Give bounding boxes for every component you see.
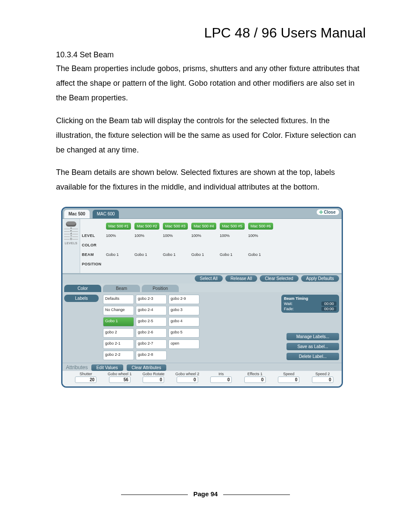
labels-panel: Labels Defaults gobo 2-3 gobo 2-9 No Cha… xyxy=(62,292,342,363)
section-heading: 10.3.4 Set Beam xyxy=(56,50,366,59)
row-label-color: COLOR xyxy=(82,243,105,247)
paragraph: Clicking on the Beam tab will display th… xyxy=(56,113,366,158)
tab-color[interactable]: Color xyxy=(64,285,101,292)
fixture-chip[interactable]: Mac 500 #2 xyxy=(134,223,159,230)
right-panel: Beam Timing Wait:00:00 Fade:00:00 Manage… xyxy=(285,295,339,360)
wait-label: Wait: xyxy=(284,302,293,306)
beam-timing-title: Beam Timing xyxy=(284,296,336,301)
level-value: 100% xyxy=(105,233,134,238)
edit-values-button[interactable]: Edit Values xyxy=(91,364,123,371)
paragraph: The Beam properties include gobos, prism… xyxy=(56,61,366,106)
levels-label: LEVELS xyxy=(62,242,80,245)
attr-value[interactable]: 20 xyxy=(75,376,97,383)
attributes-title: Attributes xyxy=(66,364,88,370)
tab-beam[interactable]: Beam xyxy=(103,285,140,292)
fixture-chip[interactable]: Mac 500 #4 xyxy=(191,223,216,230)
attr-value[interactable]: 0 xyxy=(244,376,266,383)
label-item[interactable]: gobo 2-9 xyxy=(168,295,199,304)
page-footer: Page 94 xyxy=(0,490,411,498)
delete-label-button[interactable]: Delete Label... xyxy=(286,353,339,360)
levels-fader[interactable]: 8 6 4 2 0 LEVELS xyxy=(62,219,80,273)
label-item[interactable]: gobo 2-2 xyxy=(103,351,134,360)
label-item[interactable]: gobo 2-6 xyxy=(136,328,167,338)
fixture-chip[interactable]: Mac 500 #1 xyxy=(106,223,131,230)
save-as-label-button[interactable]: Save as Label... xyxy=(286,343,339,350)
fade-value[interactable]: 00:00 xyxy=(321,307,336,311)
fixture-group-tabbar: Mac 500 MAC 600 ✣ Close xyxy=(62,208,342,219)
label-item[interactable]: gobo 2-5 xyxy=(136,317,167,327)
beam-value: Gobo 1 xyxy=(219,252,247,257)
fader-knob-icon xyxy=(66,221,76,227)
clear-selected-button[interactable]: Clear Selected xyxy=(260,275,299,282)
wait-value[interactable]: 00:00 xyxy=(321,302,336,306)
attr-label: Iris xyxy=(206,372,237,376)
attr-value[interactable]: 0 xyxy=(210,376,232,383)
fixture-chip[interactable]: Mac 500 #3 xyxy=(163,223,188,230)
page-title: LPC 48 / 96 Users Manual xyxy=(56,25,366,41)
label-item[interactable]: gobo 3 xyxy=(168,306,199,315)
level-value: 100% xyxy=(162,233,190,238)
body-text: The Beam properties include gobos, prism… xyxy=(56,61,366,195)
fixture-group-tab-mac600[interactable]: MAC 600 xyxy=(93,210,119,218)
beam-timing-panel: Beam Timing Wait:00:00 Fade:00:00 xyxy=(281,295,339,313)
select-all-button[interactable]: Select All xyxy=(195,275,223,282)
label-item[interactable]: No Change xyxy=(103,306,134,315)
attr-value[interactable]: 0 xyxy=(143,376,164,383)
label-item[interactable]: gobo 4 xyxy=(168,317,199,327)
clear-attributes-button[interactable]: Clear Attributes xyxy=(127,364,166,371)
label-item[interactable]: gobo 2-1 xyxy=(103,339,134,349)
attr-label: Gobo Rotate xyxy=(138,372,169,376)
page-number: Page 94 xyxy=(193,490,218,498)
level-value: 100% xyxy=(190,233,219,238)
label-item[interactable]: gobo 2 xyxy=(103,328,134,338)
manage-labels-button[interactable]: Manage Labels... xyxy=(286,333,339,340)
close-label: Close xyxy=(324,210,336,215)
beam-value: Gobo 1 xyxy=(134,252,162,257)
beam-value: Gobo 1 xyxy=(162,252,190,257)
label-item[interactable]: gobo 2-7 xyxy=(136,339,167,349)
beam-value: Gobo 1 xyxy=(190,252,219,257)
attr-label: Gobo wheel 2 xyxy=(172,372,203,376)
attr-value[interactable]: 0 xyxy=(278,376,299,383)
attr-label: Effects 1 xyxy=(240,372,271,376)
close-icon: ✣ xyxy=(319,210,323,215)
tick-label: 0 xyxy=(70,237,72,241)
attr-label: Gobo wheel 1 xyxy=(104,372,136,376)
fade-label: Fade: xyxy=(284,307,294,311)
attribute-tabbar: Color Beam Position xyxy=(62,283,342,292)
level-value: 100% xyxy=(247,233,276,238)
selection-toolbar: Select All Release All Clear Selected Ap… xyxy=(62,274,342,283)
row-label-beam: BEAM xyxy=(82,252,105,257)
beam-value: Gobo 1 xyxy=(105,252,134,257)
attributes-row: Shutter20 Gobo wheel 156 Gobo Rotate0 Go… xyxy=(62,371,342,386)
tab-position[interactable]: Position xyxy=(142,285,179,292)
level-value: 100% xyxy=(134,233,162,238)
label-item[interactable]: gobo 5 xyxy=(168,328,199,338)
label-item[interactable]: gobo 2-8 xyxy=(136,351,167,360)
attributes-toolbar: Attributes Edit Values Clear Attributes xyxy=(62,363,342,371)
release-all-button[interactable]: Release All xyxy=(225,275,257,282)
row-label-level: LEVEL xyxy=(82,233,105,238)
fixture-chip[interactable]: Mac 500 #6 xyxy=(248,223,273,230)
label-item-selected[interactable]: Gobo 1 xyxy=(103,317,134,327)
attr-value[interactable]: 56 xyxy=(109,376,131,383)
fixture-group-tab-mac500[interactable]: Mac 500 xyxy=(64,210,90,218)
attr-value[interactable]: 0 xyxy=(312,376,333,383)
labels-tab[interactable]: Labels xyxy=(64,295,99,302)
paragraph: The Beam details are shown below. Select… xyxy=(56,165,366,194)
row-label-position: POSITION xyxy=(82,262,105,266)
attr-label: Speed 2 xyxy=(307,372,339,376)
label-item[interactable]: gobo 2-4 xyxy=(136,306,167,315)
close-button[interactable]: ✣ Close xyxy=(317,209,339,215)
label-item[interactable]: open xyxy=(168,339,199,349)
attr-label: Shutter xyxy=(70,372,102,376)
attr-label: Speed xyxy=(273,372,305,376)
label-item[interactable]: Defaults xyxy=(103,295,134,304)
beam-value: Gobo 1 xyxy=(247,252,276,257)
attr-value[interactable]: 0 xyxy=(177,376,198,383)
fixture-chip[interactable]: Mac 500 #5 xyxy=(220,223,245,230)
apply-defaults-button[interactable]: Apply Defaults xyxy=(301,275,339,282)
level-value: 100% xyxy=(219,233,247,238)
label-item[interactable]: gobo 2-3 xyxy=(136,295,167,304)
beam-editor-window: Mac 500 MAC 600 ✣ Close 8 6 4 2 0 LEVELS… xyxy=(61,207,343,388)
